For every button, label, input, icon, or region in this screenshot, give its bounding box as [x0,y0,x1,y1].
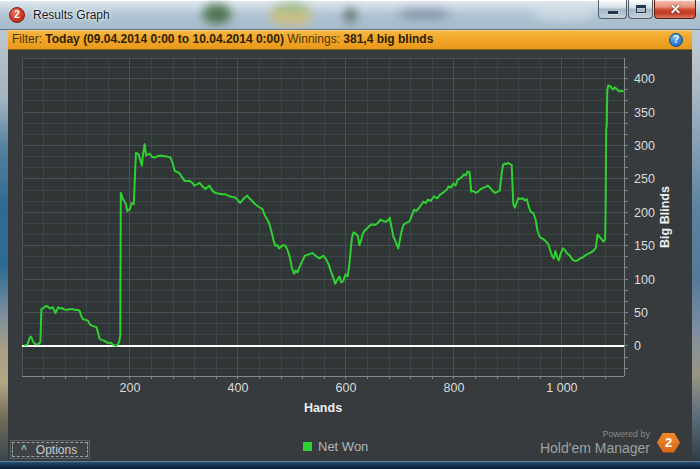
maximize-icon [636,5,646,13]
y-tick-label: 0 [634,339,641,353]
options-label: Options [36,443,77,457]
branding: Powered by Hold'em Manager 2 [540,429,680,456]
powered-by-label: Powered by [602,429,650,440]
winnings-value: 381,4 big blinds [343,32,433,46]
y-tick-label: 400 [634,72,655,86]
y-tick-label: 350 [634,106,655,120]
x-axis-title: Hands [304,401,342,415]
collapse-caret-icon: ^ [21,445,27,455]
background-blur-blob [344,8,357,23]
filter-bar: Filter: Today (09.04.2014 0:00 to 10.04.… [8,30,692,50]
options-button[interactable]: ^ Options [10,440,90,459]
legend-swatch [303,442,312,451]
minimize-button[interactable] [598,0,627,19]
background-blur-blob [203,4,231,24]
background-blur-blob [398,9,450,19]
hm2-badge-icon: 2 [657,433,680,453]
winnings-label: Winnings: [287,32,340,46]
window-border-bottom [0,461,700,469]
minimize-icon [608,11,618,14]
x-tick-label: 800 [443,381,464,395]
results-chart: 2004006008001 00005010015020025030035040… [8,50,692,421]
app-icon: 2 [9,7,25,23]
window-border-left [0,0,8,461]
x-tick-label: 400 [228,381,249,395]
y-tick-label: 300 [634,139,655,153]
maximize-button[interactable] [628,0,653,19]
filter-value: Today (09.04.2014 0:00 to 10.04.2014 0:0… [45,32,284,46]
close-button[interactable] [654,0,696,19]
window-border-right [692,0,700,461]
y-axis-title: Big Blinds [658,186,672,248]
y-tick-label: 150 [634,239,655,253]
content-area: 2004006008001 00005010015020025030035040… [8,50,692,461]
results-graph-window: { "window": { "title": "Results Graph", … [0,0,700,469]
plot-area [22,58,624,376]
background-blur-blob [270,4,312,26]
filter-label: Filter: [12,32,42,46]
background-blur-blob [532,4,596,21]
y-tick-label: 200 [634,206,655,220]
x-tick-label: 200 [120,381,141,395]
help-icon[interactable]: ? [669,33,683,47]
x-tick-label: 600 [336,381,357,395]
y-tick-label: 100 [634,273,655,287]
close-icon [669,3,682,16]
brand-text: Powered by Hold'em Manager [540,429,650,456]
x-tick-label: 1 000 [546,381,577,395]
y-tick-label: 50 [634,306,648,320]
window-title: Results Graph [33,0,110,30]
title-bar[interactable]: 2 Results Graph [0,0,700,30]
y-tick-label: 250 [634,172,655,186]
window-controls [598,0,696,19]
brand-name: Hold'em Manager [540,440,650,456]
chart-legend: Net Won [303,439,368,454]
legend-label: Net Won [318,439,368,454]
